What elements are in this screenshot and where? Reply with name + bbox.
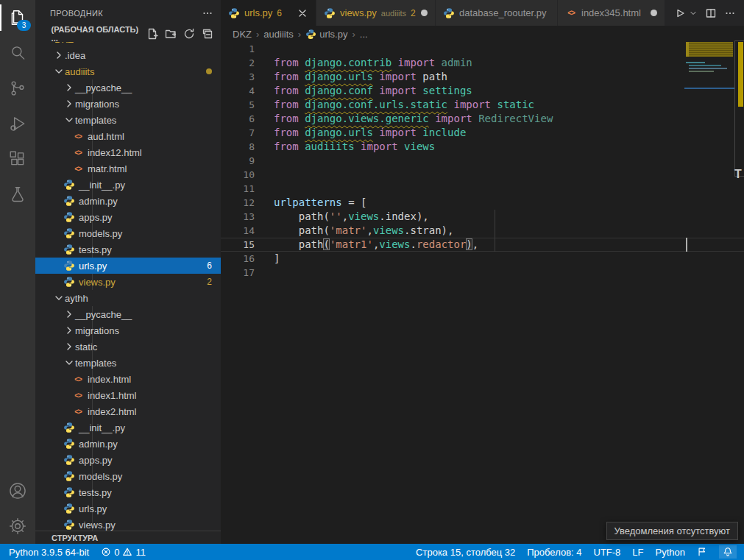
tab-views.py[interactable]: views.pyaudiiits2 — [316, 0, 436, 26]
tree-item-label: tests.py — [79, 244, 112, 255]
tree-folder-aythh[interactable]: aythh — [35, 290, 221, 306]
tab-urls.py[interactable]: urls.py6 — [221, 0, 316, 26]
tree-folder-.idea[interactable]: .idea — [35, 47, 221, 63]
breadcrumb-item-urls.py[interactable]: urls.py — [305, 29, 347, 40]
code-line-6[interactable]: 6from django.views.generic import Redire… — [221, 112, 744, 126]
code-line-7[interactable]: 7from django.urls import include — [221, 126, 744, 140]
code-line-12[interactable]: 12urlpatterns = [ — [221, 196, 744, 210]
code-line-15[interactable]: 15 path('matr1',views.redactor), — [221, 238, 744, 252]
tree-file-index1.html[interactable]: <>index1.html — [35, 387, 221, 403]
overview-ruler-warning-strip — [738, 42, 743, 107]
code-line-13[interactable]: 13 path('',views.index), — [221, 210, 744, 224]
activity-bar-item-search[interactable] — [0, 35, 35, 71]
split-editor-button[interactable] — [705, 7, 717, 19]
more-actions-button[interactable] — [724, 7, 736, 19]
tree-file-apps.py[interactable]: apps.py — [35, 452, 221, 468]
code-line-4[interactable]: 4from django.conf import settings — [221, 84, 744, 98]
refresh[interactable] — [183, 28, 195, 40]
tree-folder-__pycache__[interactable]: __pycache__ — [35, 306, 221, 322]
line-col-indicator[interactable]: Строка 15, столбец 32 — [416, 547, 515, 558]
tree-file-tests.py[interactable]: tests.py — [35, 484, 221, 500]
tree-folder-migrations[interactable]: migrations — [35, 322, 221, 339]
new-file[interactable] — [146, 28, 158, 40]
tree-file-views.py[interactable]: views.py2 — [35, 274, 221, 290]
activity-bar-item-extensions[interactable] — [0, 141, 35, 177]
code-line-10[interactable]: 10 — [221, 168, 744, 182]
tree-file-index12.html[interactable]: <>index12.html — [35, 144, 221, 160]
python-interpreter-indicator[interactable]: Python 3.9.5 64-bit — [9, 547, 89, 558]
tree-file-urls.py[interactable]: urls.py — [35, 500, 221, 517]
modified-dot-icon[interactable] — [421, 10, 428, 16]
encoding-indicator[interactable]: UTF-8 — [594, 547, 621, 558]
code-text: from django.conf import settings — [274, 84, 472, 98]
eol-indicator[interactable]: LF — [632, 547, 643, 558]
code-editor[interactable]: 12from django.contrib import admin3from … — [221, 42, 744, 544]
line-number: 3 — [221, 70, 255, 84]
outline-section-header[interactable]: СТРУКТУРА — [35, 531, 221, 544]
indentation-indicator[interactable]: Пробелов: 4 — [527, 547, 581, 558]
tree-folder-audiiits[interactable]: audiiits — [35, 63, 221, 79]
sidebar-more-actions-icon[interactable] — [202, 7, 213, 19]
workspace-section-header[interactable]: (РАБОЧАЯ ОБЛАСТЬ) ... — [35, 26, 221, 42]
breadcrumb-item-DKZ[interactable]: DKZ — [233, 29, 252, 40]
tree-file-apps.py[interactable]: apps.py — [35, 209, 221, 225]
code-line-8[interactable]: 8from audiiits import views — [221, 140, 744, 154]
tree-file-admin.py[interactable]: admin.py — [35, 193, 221, 209]
line-number: 2 — [221, 56, 255, 70]
code-line-11[interactable]: 11 — [221, 182, 744, 196]
language-indicator[interactable]: Python — [656, 547, 685, 558]
minimap[interactable] — [684, 40, 734, 261]
tree-folder-templates[interactable]: templates — [35, 355, 221, 371]
tree-file-__init__.py[interactable]: __init__.py — [35, 177, 221, 193]
code-line-17[interactable]: 17 — [221, 266, 744, 280]
breadcrumb-item-...[interactable]: ... — [360, 29, 368, 40]
code-line-2[interactable]: 2from django.contrib import admin — [221, 56, 744, 70]
tree-folder-__pycache__[interactable]: __pycache__ — [35, 79, 221, 96]
breadcrumb[interactable]: DKZ›audiiits›urls.py›... — [221, 26, 744, 42]
tree-item-label: aythh — [65, 293, 88, 304]
tree-file-aud.html[interactable]: <>aud.html — [35, 128, 221, 144]
tree-file-models.py[interactable]: models.py — [35, 468, 221, 484]
activity-bar-item-run-debug[interactable] — [0, 106, 35, 141]
explorer-badge: 3 — [17, 20, 31, 31]
activity-bar-item-testing[interactable] — [0, 177, 35, 212]
code-line-1[interactable]: 1 — [221, 42, 744, 56]
code-token: from — [274, 127, 305, 138]
tree-file-index.html[interactable]: <>index.html — [35, 371, 221, 387]
tree-file-index2.html[interactable]: <>index2.html — [35, 403, 221, 419]
close-icon[interactable] — [297, 7, 308, 19]
breadcrumb-item-audiiits[interactable]: audiiits — [263, 29, 293, 40]
code-line-5[interactable]: 5from django.conf.urls.static import sta… — [221, 98, 744, 112]
activity-bar-item-source-control[interactable] — [0, 71, 35, 106]
notifications-bell-icon[interactable] — [719, 545, 737, 559]
tree-file-admin.py[interactable]: admin.py — [35, 436, 221, 452]
tree-file-matr.html[interactable]: <>matr.html — [35, 160, 221, 177]
activity-bar-item-explorer[interactable]: 3 — [0, 0, 35, 35]
new-folder[interactable] — [165, 28, 177, 40]
code-token: redactor — [417, 238, 466, 250]
activity-bar-item-settings[interactable] — [0, 508, 35, 544]
code-line-9[interactable]: 9 — [221, 154, 744, 168]
tab-database_roouter.py[interactable]: database_roouter.py — [436, 0, 558, 26]
problems-indicator[interactable]: 0 11 — [101, 547, 146, 558]
feedback-icon[interactable] — [697, 547, 707, 557]
collapse-all[interactable] — [202, 28, 213, 40]
tree-file-tests.py[interactable]: tests.py — [35, 241, 221, 258]
code-line-16[interactable]: 16] — [221, 252, 744, 266]
tree-file-urls.py[interactable]: urls.py6 — [35, 258, 221, 274]
vscode-window: 3 DKZ.ideaaudiiits__pycache__migrationst… — [0, 0, 744, 560]
tree-folder-migrations[interactable]: migrations — [35, 96, 221, 112]
tree-file-models.py[interactable]: models.py — [35, 225, 221, 241]
tree-file-__init__.py[interactable]: __init__.py — [35, 419, 221, 436]
run-button[interactable] — [674, 7, 686, 19]
code-line-3[interactable]: 3from django.urls import path — [221, 70, 744, 84]
run-dropdown-button[interactable] — [689, 9, 698, 18]
tree-folder-static[interactable]: static — [35, 339, 221, 355]
line-number: 16 — [221, 252, 255, 266]
tab-index345.html[interactable]: <>index345.html — [558, 0, 665, 26]
tree-folder-templates[interactable]: templates — [35, 112, 221, 128]
code-token: path — [422, 71, 447, 82]
code-line-14[interactable]: 14 path('matr',views.stran), — [221, 224, 744, 238]
modified-dot-icon[interactable] — [651, 10, 657, 16]
activity-bar-item-account[interactable] — [0, 473, 35, 508]
